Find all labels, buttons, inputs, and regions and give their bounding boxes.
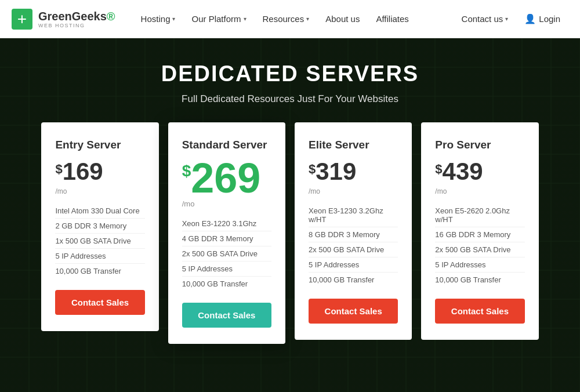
nav-resources[interactable]: Resources ▾	[255, 0, 318, 38]
chevron-down-icon: ▾	[244, 16, 246, 22]
hero-text: DEDICATED SERVERS Full Dedicated Resourc…	[161, 38, 419, 105]
price-dollar: $	[182, 162, 191, 180]
feature-1: Xeon E3-1220 3.1Ghz	[182, 216, 271, 231]
feature-5: 10,000 GB Transfer	[309, 273, 398, 287]
price-amount: 319	[316, 159, 356, 184]
plan-name: Entry Server	[55, 139, 144, 151]
price-period: /mo	[435, 187, 524, 195]
feature-4: 5 IP Addresses	[182, 262, 271, 277]
nav-affiliates[interactable]: Affiliates	[368, 0, 416, 38]
feature-list: Xeon E5-2620 2.0Ghz w/HT 16 GB DDR 3 Mem…	[435, 204, 524, 287]
logo-sub: WEB HOSTING	[38, 23, 115, 28]
nav-our-platform[interactable]: Our Platform ▾	[183, 0, 254, 38]
price-display: $ 319	[309, 159, 398, 184]
nav-hosting[interactable]: Hosting ▾	[133, 0, 184, 38]
feature-2: 4 GB DDR 3 Memory	[182, 231, 271, 246]
feature-3: 2x 500 GB SATA Drive	[182, 246, 271, 262]
feature-3: 2x 500 GB SATA Drive	[435, 242, 524, 257]
price-dollar: $	[309, 162, 316, 177]
price-dollar: $	[55, 162, 62, 177]
plan-name: Elite Server	[309, 139, 398, 151]
chevron-down-icon: ▾	[306, 16, 309, 22]
contact-us-button[interactable]: Contact us ▾	[454, 0, 517, 38]
page-title: DEDICATED SERVERS	[161, 61, 419, 86]
contact-sales-button[interactable]: Contact Sales	[182, 303, 271, 328]
logo-name: GreenGeeks®	[38, 10, 115, 23]
header-right: Contact us ▾ 👤 Login	[454, 0, 568, 38]
price-display: $ 269	[182, 159, 271, 197]
feature-4: 5 IP Addresses	[435, 257, 524, 273]
plan-pro: Pro Server $ 439 /mo Xeon E5-2620 2.0Ghz…	[421, 122, 538, 340]
price-amount: 269	[191, 159, 260, 197]
feature-list: Intel Atom 330 Dual Core 2 GB DDR 3 Memo…	[55, 204, 144, 278]
plan-name: Pro Server	[435, 139, 524, 151]
feature-4: 5 IP Addresses	[309, 257, 398, 273]
feature-2: 16 GB DDR 3 Memory	[435, 227, 524, 242]
feature-1: Xeon E5-2620 2.0Ghz w/HT	[435, 204, 524, 227]
price-dollar: $	[435, 162, 442, 177]
contact-sales-button[interactable]: Contact Sales	[55, 290, 144, 315]
price-display: $ 169	[55, 159, 144, 184]
logo-plus-icon: +	[12, 9, 32, 30]
logo[interactable]: + GreenGeeks® WEB HOSTING	[12, 9, 115, 30]
feature-2: 8 GB DDR 3 Memory	[309, 227, 398, 242]
contact-sales-button[interactable]: Contact Sales	[435, 299, 524, 324]
feature-4: 5 IP Addresses	[55, 249, 144, 264]
user-icon: 👤	[524, 13, 536, 24]
header: + GreenGeeks® WEB HOSTING Hosting ▾ Our …	[0, 0, 580, 38]
price-period: /mo	[55, 187, 144, 195]
hero-section: DEDICATED SERVERS Full Dedicated Resourc…	[0, 38, 580, 392]
nav-about-us[interactable]: About us	[317, 0, 368, 38]
price-period: /mo	[309, 187, 398, 195]
plan-standard: Standard Server $ 269 /mo Xeon E3-1220 3…	[168, 122, 285, 344]
plan-name: Standard Server	[182, 139, 271, 151]
price-display: $ 439	[435, 159, 524, 184]
main-nav: Hosting ▾ Our Platform ▾ Resources ▾ Abo…	[133, 0, 454, 38]
pricing-cards: Entry Server $ 169 /mo Intel Atom 330 Du…	[30, 122, 550, 344]
chevron-down-icon: ▾	[505, 16, 508, 22]
feature-list: Xeon E3-1220 3.1Ghz 4 GB DDR 3 Memory 2x…	[182, 216, 271, 291]
login-button[interactable]: 👤 Login	[516, 0, 568, 38]
contact-sales-button[interactable]: Contact Sales	[309, 299, 398, 324]
price-amount: 169	[63, 159, 103, 184]
plan-elite: Elite Server $ 319 /mo Xeon E3-1230 3.2G…	[295, 122, 412, 340]
feature-5: 10,000 GB Transfer	[435, 273, 524, 287]
price-amount: 439	[443, 159, 483, 184]
feature-2: 2 GB DDR 3 Memory	[55, 219, 144, 234]
hero-subtitle: Full Dedicated Resources Just For Your W…	[161, 93, 419, 105]
plan-entry: Entry Server $ 169 /mo Intel Atom 330 Du…	[41, 122, 158, 331]
feature-5: 10,000 GB Transfer	[55, 264, 144, 278]
feature-1: Intel Atom 330 Dual Core	[55, 204, 144, 219]
feature-3: 1x 500 GB SATA Drive	[55, 234, 144, 249]
chevron-down-icon: ▾	[172, 16, 175, 22]
feature-5: 10,000 GB Transfer	[182, 277, 271, 291]
feature-1: Xeon E3-1230 3.2Ghz w/HT	[309, 204, 398, 227]
feature-list: Xeon E3-1230 3.2Ghz w/HT 8 GB DDR 3 Memo…	[309, 204, 398, 287]
feature-3: 2x 500 GB SATA Drive	[309, 242, 398, 257]
